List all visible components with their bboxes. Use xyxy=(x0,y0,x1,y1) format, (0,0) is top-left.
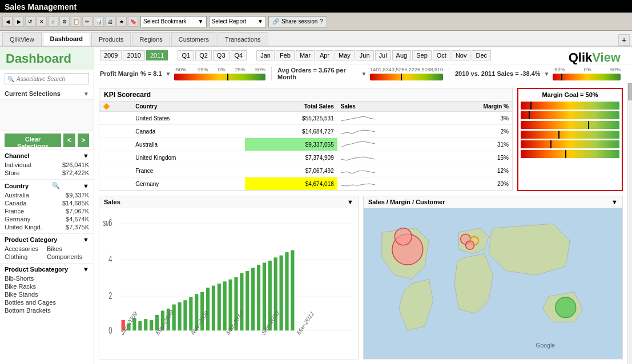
table-row[interactable]: Germany $4,674,018 20% xyxy=(99,177,512,191)
q4-button[interactable]: Q4 xyxy=(231,50,247,60)
q3-button[interactable]: Q3 xyxy=(213,50,230,60)
current-selections-arrow-icon: ▼ xyxy=(83,91,89,97)
channel-header: Channel ▼ xyxy=(5,152,89,159)
back-icon[interactable]: ◀ xyxy=(2,17,13,27)
table-row[interactable]: Australia $9,337,055 31% xyxy=(99,138,512,151)
margin-cell: 31% xyxy=(435,138,512,151)
tab-products[interactable]: Products xyxy=(91,32,131,46)
margin-bar-marker-4 xyxy=(550,140,552,148)
sparkline-us xyxy=(341,113,375,122)
month-filters: Jan Feb Mar Apr May Jun Jul Aug Sep Oct … xyxy=(256,50,491,60)
forward-icon[interactable]: ▶ xyxy=(14,17,24,27)
subcategory-bikestands[interactable]: Bike Stands xyxy=(5,290,89,298)
svg-rect-26 xyxy=(218,284,221,330)
subcategory-bibshorts[interactable]: Bib-Shorts xyxy=(5,274,89,282)
sidebar-header: Dashboard xyxy=(0,47,94,70)
sales-comparison-marker xyxy=(561,74,562,80)
sep-button[interactable]: Sep xyxy=(412,50,432,60)
sales-chart-body: 6 4 2 0 $M xyxy=(99,208,358,359)
tool5-icon[interactable]: 🔖 xyxy=(128,17,138,27)
table-row[interactable]: Canada $14,684,727 2% xyxy=(99,125,512,138)
select-report-dropdown[interactable]: Select Report ▼ xyxy=(209,16,267,27)
channel-individual-row[interactable]: Individual $26,041K xyxy=(5,161,89,169)
nov-button[interactable]: Nov xyxy=(452,50,471,60)
map-chart-arrow-icon: ▼ xyxy=(611,199,618,205)
row-icon xyxy=(99,112,132,125)
subcategory-bikeracks[interactable]: Bike Racks xyxy=(5,282,89,290)
category-components[interactable]: Components xyxy=(47,253,89,261)
subcategory-bottombrackets[interactable]: Bottom Brackets xyxy=(5,306,89,314)
country-germany-row[interactable]: Germany $4,674K xyxy=(5,215,89,223)
tab-dashboard[interactable]: Dashboard xyxy=(43,32,90,46)
feb-button[interactable]: Feb xyxy=(276,50,295,60)
nav-forward-button[interactable]: > xyxy=(78,134,89,147)
category-clothing[interactable]: Clothing xyxy=(5,253,47,261)
tool4-icon[interactable]: 🖨 xyxy=(105,17,115,27)
content-area: QlikView 2009 2010 2011 Q1 Q2 Q3 Q4 Jan … xyxy=(94,47,632,364)
tab-qlikview[interactable]: QlikView xyxy=(2,32,42,46)
tab-regions[interactable]: Regions xyxy=(132,32,170,46)
margin-bar-row-1 xyxy=(521,111,619,119)
country-uk-row[interactable]: United Kingd. $7,375K xyxy=(5,223,89,231)
search-box[interactable]: 🔍 xyxy=(5,73,89,84)
jan-button[interactable]: Jan xyxy=(256,50,275,60)
aug-button[interactable]: Aug xyxy=(392,50,412,60)
year-2009-button[interactable]: 2009 xyxy=(100,50,122,60)
q1-button[interactable]: Q1 xyxy=(178,50,194,60)
select-bookmark-dropdown[interactable]: Select Bookmark ▼ xyxy=(140,16,207,27)
profit-margin-gradient xyxy=(174,74,265,80)
tool2-icon[interactable]: 📋 xyxy=(71,17,81,27)
kpi-avg-orders-label: Avg Orders = 3,676 per Month xyxy=(277,67,357,80)
scrollbar[interactable] xyxy=(627,83,632,364)
country-search-icon[interactable]: 🔍 xyxy=(52,182,60,189)
sparkline-fr xyxy=(341,165,375,175)
year-2011-button[interactable]: 2011 xyxy=(146,50,168,60)
table-row[interactable]: France $7,067,492 12% xyxy=(99,164,512,177)
dec-button[interactable]: Dec xyxy=(472,50,491,60)
main-container: Dashboard 🔍 Current Selections ▼ Clear S… xyxy=(0,47,632,364)
country-australia-row[interactable]: Australia $9,337K xyxy=(5,191,89,199)
tab-transactions[interactable]: Transactions xyxy=(218,32,268,46)
tool1-icon[interactable]: ⚙ xyxy=(59,17,70,27)
home-icon[interactable]: ⌂ xyxy=(48,17,58,27)
mar-button[interactable]: Mar xyxy=(296,50,315,60)
tool3-icon[interactable]: ✏ xyxy=(82,17,92,27)
may-button[interactable]: May xyxy=(335,50,355,60)
q2-button[interactable]: Q2 xyxy=(195,50,212,60)
table-row[interactable]: United Kingdom $7,374,909 15% xyxy=(99,151,512,164)
apr-button[interactable]: Apr xyxy=(316,50,333,60)
jul-button[interactable]: Jul xyxy=(375,50,391,60)
category-accessories[interactable]: Accessories xyxy=(5,245,47,253)
scrollbar-thumb[interactable] xyxy=(628,83,632,100)
year-2010-button[interactable]: 2010 xyxy=(123,50,144,60)
clear-selections-row: Clear Selections < > xyxy=(0,131,94,150)
total-sales-cell: $7,067,492 xyxy=(245,164,337,177)
clear-selections-button[interactable]: Clear Selections xyxy=(5,134,61,147)
category-grid: Accessories Bikes Clothing Components xyxy=(5,245,89,261)
oct-button[interactable]: Oct xyxy=(433,50,450,60)
margin-bar-bg-0 xyxy=(521,102,619,110)
country-canada-row[interactable]: Canada $14,685K xyxy=(5,199,89,207)
table-row[interactable]: United States $55,325,531 3% xyxy=(99,112,512,125)
jun-button[interactable]: Jun xyxy=(356,50,374,60)
svg-text:Mar-2011: Mar-2011 xyxy=(296,309,315,337)
star-icon[interactable]: ★ xyxy=(116,17,127,27)
svg-point-52 xyxy=(466,241,474,249)
margin-bar-bg-1 xyxy=(521,111,619,119)
subcategory-bottlescages[interactable]: Bottles and Cages xyxy=(5,298,89,306)
chart-icon[interactable]: 📊 xyxy=(94,17,104,27)
refresh-icon[interactable]: ↺ xyxy=(25,17,35,27)
kpi-table-body: United States $55,325,531 3% xyxy=(99,112,512,191)
tab-add-button[interactable]: + xyxy=(618,34,630,46)
country-france-row[interactable]: France $7,067K xyxy=(5,207,89,215)
margin-bar-row-2 xyxy=(521,121,619,129)
channel-store-row[interactable]: Store $72,422K xyxy=(5,169,89,177)
tab-customers[interactable]: Customers xyxy=(171,32,216,46)
search-input[interactable] xyxy=(17,76,86,82)
svg-rect-31 xyxy=(245,271,249,330)
share-session-button[interactable]: 🔗 Share session ? xyxy=(268,16,327,27)
nav-back-button[interactable]: < xyxy=(63,134,75,147)
profit-margin-bar xyxy=(174,74,265,80)
stop-icon[interactable]: ✕ xyxy=(37,17,47,27)
category-bikes[interactable]: Bikes xyxy=(47,245,89,253)
